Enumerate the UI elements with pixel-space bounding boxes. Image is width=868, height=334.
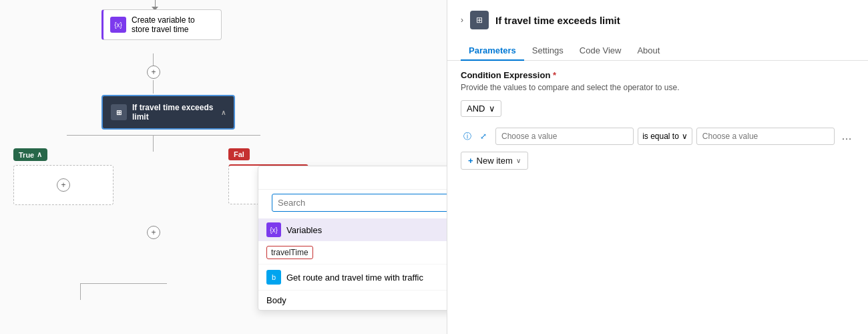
operator-chevron-icon: ∨ bbox=[682, 132, 688, 141]
choose-value-right[interactable] bbox=[696, 128, 835, 145]
node-create-label: Create variable to store travel time bbox=[132, 15, 214, 34]
collapse-icon[interactable]: ∧ bbox=[221, 109, 226, 116]
branch-true: True ∧ + bbox=[13, 148, 120, 205]
info-row-icon[interactable]: ⓘ bbox=[461, 130, 474, 143]
and-chevron-icon: ∨ bbox=[489, 104, 495, 114]
h-connector-true bbox=[80, 283, 167, 284]
detail-tabs: Parameters Settings Code View About bbox=[447, 35, 868, 61]
body-item[interactable]: Body bbox=[258, 291, 447, 310]
add-true-btn[interactable]: + bbox=[57, 178, 70, 192]
and-label: AND bbox=[467, 104, 485, 114]
v-connector-true bbox=[80, 283, 81, 300]
detail-expand-btn[interactable]: › bbox=[461, 15, 463, 25]
add-btn-1[interactable]: + bbox=[147, 65, 160, 79]
true-branch-box: + bbox=[13, 165, 114, 205]
tab-settings[interactable]: Settings bbox=[524, 41, 572, 61]
row-icon-group: ⓘ ⤢ bbox=[461, 130, 490, 143]
travel-time-item[interactable]: travelTime bbox=[258, 241, 447, 265]
required-star: * bbox=[553, 70, 556, 80]
condition-label: If travel time exceeds limit bbox=[132, 103, 216, 122]
var-section-icon: {x} bbox=[266, 222, 281, 237]
node-condition[interactable]: ⊞ If travel time exceeds limit ∧ bbox=[101, 95, 235, 130]
search-input[interactable] bbox=[272, 194, 447, 212]
condition-desc: Provide the values to compare and select… bbox=[461, 83, 855, 92]
tab-about[interactable]: About bbox=[629, 41, 668, 61]
tab-code-view[interactable]: Code View bbox=[572, 41, 630, 61]
connector-v3 bbox=[153, 135, 154, 152]
detail-node-icon: ⊞ bbox=[470, 11, 489, 29]
add-btn-bottom[interactable]: + bbox=[147, 226, 160, 239]
h-connector-main bbox=[67, 135, 260, 136]
tab-parameters[interactable]: Parameters bbox=[461, 41, 524, 61]
expand-row-icon[interactable]: ⤢ bbox=[477, 130, 490, 143]
plus-icon: + bbox=[151, 67, 156, 77]
variables-label: Variables bbox=[286, 225, 322, 235]
operator-dropdown[interactable]: is equal to ∨ bbox=[638, 128, 692, 145]
flow-canvas: {x} Create variable to store travel time… bbox=[0, 0, 447, 334]
detail-title: If travel time exceeds limit bbox=[495, 15, 620, 26]
branch-label-true: True ∧ bbox=[13, 148, 47, 161]
expression-dropdown: ⓘ ⤢ ✕ {x} Variables travelTime b Get rou… bbox=[258, 166, 447, 311]
connector-v2 bbox=[153, 80, 154, 94]
route-label: Get route and travel time with traffic bbox=[286, 273, 423, 283]
detail-header: › ⊞ If travel time exceeds limit bbox=[447, 0, 868, 29]
route-item[interactable]: b Get route and travel time with traffic… bbox=[258, 265, 447, 291]
new-item-btn[interactable]: + New item ∨ bbox=[461, 152, 528, 170]
travel-time-badge: travelTime bbox=[266, 246, 313, 259]
condition-row: ⓘ ⤢ is equal to ∨ … bbox=[461, 128, 855, 145]
more-icon-btn[interactable]: … bbox=[839, 129, 855, 144]
condition-icon: ⊞ bbox=[111, 104, 127, 120]
variable-icon: {x} bbox=[110, 17, 126, 33]
new-item-label: New item bbox=[477, 156, 513, 166]
chevron-up-icon: ∧ bbox=[37, 150, 42, 159]
plus-icon: + bbox=[61, 180, 65, 190]
and-dropdown[interactable]: AND ∨ bbox=[461, 100, 501, 117]
node-create-variable[interactable]: {x} Create variable to store travel time bbox=[101, 9, 222, 40]
dropdown-header: ⓘ ⤢ ✕ bbox=[258, 166, 447, 190]
bing-icon: b bbox=[266, 270, 281, 285]
choose-value-left[interactable] bbox=[495, 128, 634, 145]
operator-label: is equal to bbox=[642, 132, 679, 141]
new-item-plus-icon: + bbox=[468, 156, 473, 166]
plus-icon: + bbox=[151, 228, 156, 237]
detail-panel: › ⊞ If travel time exceeds limit Paramet… bbox=[447, 0, 868, 334]
search-wrapper bbox=[258, 190, 447, 218]
condition-expr-label: Condition Expression * bbox=[461, 70, 855, 80]
detail-body: Condition Expression * Provide the value… bbox=[447, 61, 868, 334]
new-item-chevron-icon: ∨ bbox=[516, 157, 521, 164]
variables-section: {x} Variables bbox=[258, 218, 447, 241]
branch-label-false: Fal bbox=[228, 148, 250, 160]
